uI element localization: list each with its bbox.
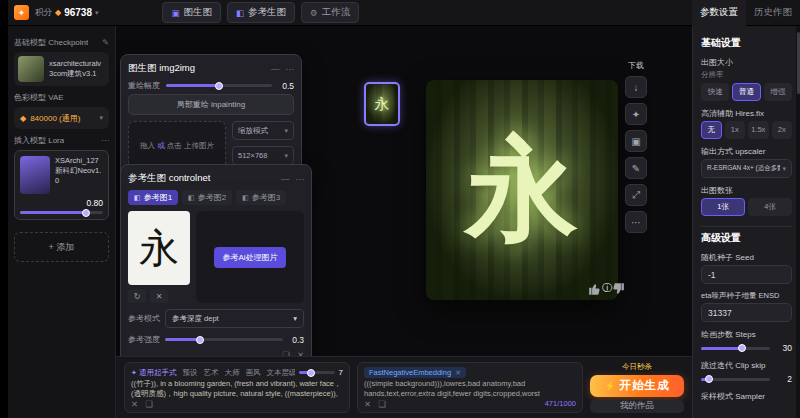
hires-1x[interactable]: 1x (725, 121, 746, 139)
upscale-button[interactable]: ⤢ (625, 184, 647, 206)
controlnet-panel: 参考生图 controlnet — ⋯ ◧ 参考图1 ◧ 参考图2 (120, 164, 312, 368)
thumbs-down-icon[interactable] (611, 282, 625, 296)
my-works-button[interactable]: 我的作品 (590, 400, 684, 413)
denoise-slider[interactable] (166, 84, 272, 87)
clear-prompt-icon[interactable]: ✕ (364, 399, 371, 409)
resolution-enhanced[interactable]: 增强 (764, 83, 792, 101)
clip-skip-slider[interactable] (701, 378, 770, 381)
image-icon: ◧ (188, 194, 195, 202)
hires-2x[interactable]: 2x (772, 121, 793, 139)
negative-embedding-tag[interactable]: FastNegativeEmbedding ✕ (364, 367, 466, 378)
dropzone-text-suffix: 点击 上传图片 (167, 141, 214, 150)
more-icon[interactable]: ⋯ (296, 174, 305, 184)
tab-history[interactable]: 历史作图 (746, 0, 800, 26)
result-thumbnail-selected[interactable]: 永 (364, 82, 400, 126)
clear-prompt-icon[interactable]: ✕ (131, 399, 138, 409)
count-1[interactable]: 1张 (701, 198, 745, 216)
img2img-panel: 图生图 img2img — ⋯ 重绘幅度 0.5 局部重绘 inpainting (120, 54, 302, 179)
upscaler-select[interactable]: R-ESRGAN 4x+ (适合多数风格) ▾ (701, 159, 792, 178)
reference-tab-1[interactable]: ◧ 参考图1 (128, 190, 178, 205)
cfg-scale-slider[interactable] (299, 371, 335, 374)
more-icon[interactable]: ⋯ (286, 64, 295, 74)
ai-process-button[interactable]: 参考Ai处理图片 (214, 247, 285, 268)
reference-tab-2[interactable]: ◧ 参考图2 (182, 190, 232, 205)
reference-tab-3[interactable]: ◧ 参考图3 (236, 190, 286, 205)
tab-workflow[interactable]: ⚙ 工作流 (301, 2, 359, 23)
denoise-label: 重绘幅度 (128, 80, 160, 91)
prompt-tab-style[interactable]: 画风 (245, 368, 260, 378)
resolution-label: 分辨率 (701, 70, 792, 80)
prompt-tab-art[interactable]: 艺术 (203, 368, 218, 378)
lora-card[interactable]: XSArchi_127新科幻Neov1.0 0.80 (14, 150, 109, 220)
more-icon[interactable]: ⋯ (101, 136, 109, 145)
hires-none[interactable]: 无 (701, 121, 722, 139)
checkpoint-card[interactable]: xsarchitecturalv3com建筑v3.1 (14, 52, 109, 86)
points-value: 96738 (64, 7, 92, 18)
reference-strength-label: 参考强度 (128, 334, 160, 345)
batch-count-options: 1张 4张 (701, 198, 792, 216)
minimize-icon[interactable]: — (271, 64, 280, 74)
lora-weight-slider[interactable] (20, 211, 103, 214)
ensd-label: eta噪声种子增量 ENSD (701, 291, 792, 301)
prompt-tab-preset[interactable]: 预设 (182, 368, 197, 378)
app-window: ✦ 积分 ◆ 96738 ▾ ▣ 图生图 ◧ 参考生图 ⚙ 工作流 参数设置 历… (8, 0, 800, 418)
prompt-tab-starter[interactable]: ✦通用起手式 (131, 368, 176, 378)
negative-prompt-input[interactable]: (((simple background))),lowres,bad anato… (364, 379, 576, 398)
reference-mode-label: 参考模式 (128, 313, 160, 324)
resolution-fast[interactable]: 快速 (701, 83, 729, 101)
points-indicator[interactable]: 积分 ◆ 96738 ▾ (35, 7, 98, 19)
scrollbar-thumb[interactable] (797, 32, 800, 94)
hires-1-5x[interactable]: 1.5x (748, 121, 769, 139)
seed-input[interactable]: -1 (701, 265, 792, 284)
vae-select[interactable]: ◆ 840000 (通用) ▾ (14, 107, 109, 129)
send-to-img2img-button[interactable]: ▣ (625, 130, 647, 152)
prompt-tab-master[interactable]: 大师 (224, 368, 239, 378)
grid-icon: ▣ (631, 136, 640, 147)
batch-count-label: 出图数张 (701, 185, 792, 196)
resolution-normal[interactable]: 普通 (732, 83, 760, 101)
copy-prompt-icon[interactable]: ❏ (145, 399, 153, 409)
expand-icon: ⤢ (632, 189, 640, 201)
hires-label: 高清辅助 Hires.fix (701, 108, 792, 119)
page-scrollbar[interactable] (796, 26, 800, 418)
edit-icon[interactable]: ✎ (102, 38, 109, 47)
enhance-button[interactable]: ✦ (625, 103, 647, 125)
bolt-icon: ⚡ (604, 381, 616, 391)
checkpoint-thumbnail (18, 56, 44, 82)
generated-image[interactable]: 永 ⓘ (426, 80, 618, 300)
gear-icon: ⚙ (310, 8, 318, 18)
count-4[interactable]: 4张 (748, 198, 792, 216)
positive-prompt-input[interactable]: ((竹子)), in a blooming garden, (fresh and… (131, 379, 343, 398)
more-actions-button[interactable]: ⋯ (625, 211, 647, 233)
close-icon: ✕ (156, 292, 163, 301)
size-select[interactable]: 512×768 ▾ (232, 146, 294, 165)
ensd-input[interactable]: 31337 (701, 303, 792, 322)
inpaint-button[interactable]: 局部重绘 inpainting (128, 94, 294, 115)
replace-image-button[interactable]: ↻ (128, 289, 146, 303)
close-icon[interactable]: ✕ (455, 369, 461, 377)
tab-reference-gen[interactable]: ◧ 参考生图 (227, 2, 295, 23)
vae-section-header: 色彩模型 VAE (14, 92, 109, 103)
promo-text: 今日秒杀 (590, 362, 684, 372)
remove-image-button[interactable]: ✕ (150, 289, 168, 303)
inpaint-tool-button[interactable]: ✎ (625, 157, 647, 179)
download-button[interactable]: ↓ (625, 76, 647, 98)
reference-mode-select[interactable]: 参考深度 dept ▾ (165, 309, 304, 328)
cfg-scale-value: 7 (339, 368, 343, 377)
lora-section-header: 插入模型 Lora ⋯ (14, 135, 109, 146)
add-model-button[interactable]: + 添加 (14, 232, 109, 262)
reference-strength-slider[interactable] (165, 338, 283, 341)
generate-button[interactable]: ⚡ 开始生成 (590, 375, 684, 397)
minimize-icon[interactable]: — (281, 174, 290, 184)
reference-strength-value: 0.3 (288, 335, 304, 345)
reference-process-area: 参考Ai处理图片 (196, 211, 304, 303)
tab-parameters[interactable]: 参数设置 (692, 0, 746, 26)
steps-slider[interactable] (701, 347, 770, 350)
reference-image-preview[interactable]: 永 (128, 211, 190, 285)
scale-mode-select[interactable]: 缩放模式 ▾ (232, 121, 294, 140)
checkpoint-name: xsarchitecturalv3com建筑v3.1 (49, 59, 105, 79)
tab-img2img[interactable]: ▣ 图生图 (162, 2, 221, 23)
app-logo[interactable]: ✦ (14, 5, 29, 20)
copy-prompt-icon[interactable]: ❏ (378, 399, 386, 409)
thumbs-up-icon[interactable] (588, 282, 602, 296)
